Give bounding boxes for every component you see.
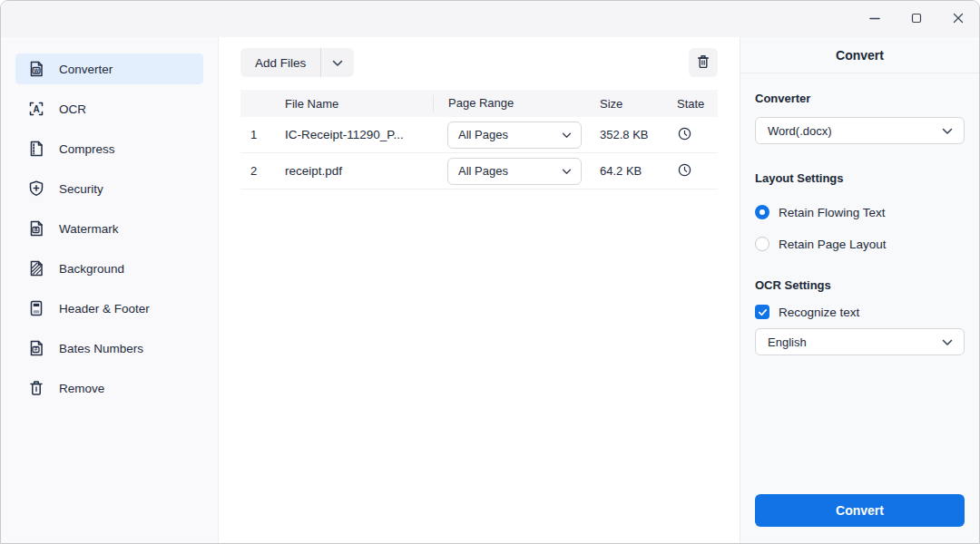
header-footer-doc-icon: [27, 299, 45, 317]
page-range-select[interactable]: All Pages: [447, 158, 582, 185]
header-state: State: [663, 97, 718, 111]
sidebar-item-remove[interactable]: Remove: [15, 373, 203, 403]
radio-retain-page-layout[interactable]: Retain Page Layout: [755, 237, 965, 251]
table-row[interactable]: 2 receipt.pdf All Pages 64.2 KB: [240, 153, 718, 189]
sidebar-item-label: Remove: [59, 382, 104, 395]
chevron-down-icon: [942, 335, 953, 349]
converter-section-label: Converter: [755, 92, 965, 105]
radio-button-icon: [755, 205, 769, 219]
header-page-range: Page Range: [433, 95, 585, 112]
row-file-name: receipt.pdf: [277, 164, 433, 178]
svg-text:a: a: [34, 226, 38, 232]
sidebar-item-label: Converter: [59, 63, 113, 76]
compress-zip-icon: [27, 140, 45, 158]
word-document-icon: W: [27, 60, 45, 78]
toolbar: Add Files: [240, 48, 718, 77]
ocr-language-value: English: [768, 335, 807, 349]
table-row[interactable]: 1 IC-Receipt-11290_P... All Pages 352.8 …: [240, 117, 718, 153]
ocr-settings-label: OCR Settings: [755, 278, 965, 292]
file-table: File Name Page Range Size State 1 IC-Rec…: [240, 90, 718, 189]
maximize-button[interactable]: [896, 1, 937, 37]
clock-pending-icon: [677, 162, 692, 180]
close-icon: [953, 13, 964, 26]
panel-title: Convert: [740, 37, 979, 73]
ocr-text-icon: A: [27, 100, 45, 118]
row-size: 352.8 KB: [585, 128, 663, 141]
table-header: File Name Page Range Size State: [240, 90, 718, 117]
recognize-text-checkbox-row[interactable]: Recognize text: [755, 305, 965, 319]
minimize-button[interactable]: [854, 1, 896, 37]
sidebar: W Converter A OCR: [1, 37, 219, 543]
sidebar-item-converter[interactable]: W Converter: [15, 53, 203, 84]
header-file-name: File Name: [277, 97, 433, 111]
sidebar-item-label: Compress: [59, 142, 115, 156]
sidebar-item-header-footer[interactable]: Header & Footer: [15, 293, 203, 324]
sidebar-item-security[interactable]: Security: [15, 173, 203, 204]
svg-text:W: W: [34, 68, 39, 73]
chevron-down-icon: [562, 128, 572, 141]
row-index: 2: [240, 164, 277, 178]
sidebar-item-ocr[interactable]: A OCR: [15, 93, 203, 124]
page-range-value: All Pages: [458, 128, 508, 141]
header-size: Size: [585, 97, 663, 111]
app-window: W Converter A OCR: [0, 0, 980, 544]
clock-pending-icon: [677, 126, 692, 144]
radio-retain-flowing-text[interactable]: Retain Flowing Text: [755, 205, 965, 219]
svg-text:#: #: [34, 345, 38, 352]
bates-number-doc-icon: #: [27, 339, 45, 357]
shield-plus-icon: [27, 180, 45, 198]
convert-button[interactable]: Convert: [755, 494, 965, 527]
sidebar-item-label: OCR: [59, 102, 86, 116]
chevron-down-icon: [942, 124, 953, 138]
sidebar-item-label: Watermark: [59, 222, 119, 236]
sidebar-item-compress[interactable]: Compress: [15, 133, 203, 164]
ocr-language-select[interactable]: English: [755, 328, 965, 355]
sidebar-item-label: Security: [59, 182, 103, 196]
radio-button-icon: [755, 237, 769, 251]
close-button[interactable]: [937, 1, 979, 37]
add-files-button[interactable]: Add Files: [240, 48, 321, 77]
convert-settings-panel: Convert Converter Word(.docx) Layout Set…: [740, 37, 979, 543]
trash-icon: [695, 53, 711, 73]
minimize-icon: [869, 13, 880, 26]
sidebar-item-label: Background: [59, 262, 124, 276]
radio-label: Retain Flowing Text: [779, 206, 886, 219]
checkbox-checked-icon: [755, 305, 769, 319]
trash-icon: [27, 379, 45, 397]
add-files-dropdown-button[interactable]: [321, 48, 354, 77]
recognize-text-label: Recognize text: [779, 306, 859, 319]
add-files-split-button: Add Files: [240, 48, 354, 77]
layout-settings-label: Layout Settings: [755, 171, 965, 185]
row-index: 1: [240, 128, 277, 141]
page-range-value: All Pages: [458, 164, 508, 178]
row-size: 64.2 KB: [585, 164, 663, 178]
sidebar-item-bates-numbers[interactable]: # Bates Numbers: [15, 333, 203, 364]
delete-files-button[interactable]: [689, 48, 718, 77]
svg-text:A: A: [33, 104, 39, 114]
maximize-icon: [911, 13, 922, 26]
titlebar: [1, 1, 979, 37]
sidebar-item-watermark[interactable]: a Watermark: [15, 213, 203, 244]
sidebar-item-label: Header & Footer: [59, 302, 150, 316]
radio-label: Retain Page Layout: [779, 238, 887, 251]
chevron-down-icon: [332, 56, 343, 70]
row-file-name: IC-Receipt-11290_P...: [277, 128, 433, 141]
sidebar-item-background[interactable]: Background: [15, 253, 203, 284]
converter-format-value: Word(.docx): [768, 124, 832, 138]
page-range-select[interactable]: All Pages: [447, 121, 582, 149]
sidebar-item-label: Bates Numbers: [59, 342, 143, 355]
file-list-area: Add Files: [219, 37, 740, 543]
chevron-down-icon: [562, 164, 572, 178]
watermark-doc-icon: a: [27, 219, 45, 238]
converter-format-select[interactable]: Word(.docx): [755, 117, 965, 144]
background-doc-icon: [27, 259, 45, 277]
